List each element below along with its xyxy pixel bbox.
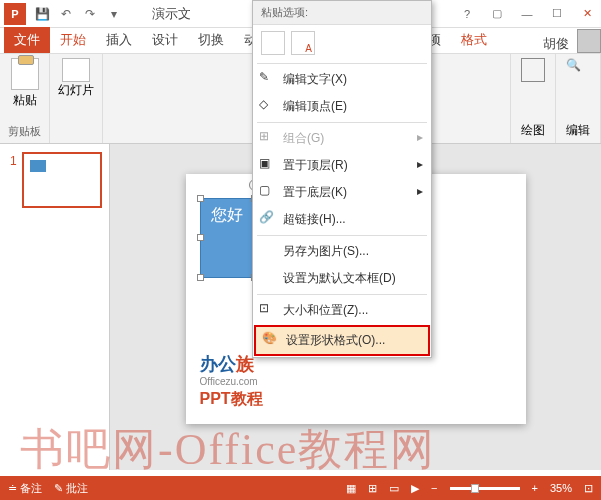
hyperlink-icon: 🔗 xyxy=(259,210,275,226)
ctx-edit-text[interactable]: ✎编辑文字(X) xyxy=(253,66,431,93)
edit-points-icon: ◇ xyxy=(259,97,275,113)
tab-design[interactable]: 设计 xyxy=(142,27,188,53)
app-icon: P xyxy=(4,3,26,25)
slide-label: 幻灯片 xyxy=(58,82,94,99)
ctx-send-back[interactable]: ▢置于底层(K)▸ xyxy=(253,179,431,206)
group-icon: ⊞ xyxy=(259,129,275,145)
view-sorter-icon[interactable]: ⊞ xyxy=(368,482,377,495)
resize-handle[interactable] xyxy=(197,195,204,202)
ctx-format-shape[interactable]: 🎨设置形状格式(O)... xyxy=(256,327,428,354)
view-reading-icon[interactable]: ▭ xyxy=(389,482,399,495)
redo-icon[interactable]: ↷ xyxy=(82,6,98,22)
help-icon[interactable]: ? xyxy=(453,4,481,24)
draw-label: 绘图 xyxy=(521,122,545,139)
edit-label: 编辑 xyxy=(566,122,590,139)
ctx-bring-front[interactable]: ▣置于顶层(R)▸ xyxy=(253,152,431,179)
fit-button[interactable]: ⊡ xyxy=(584,482,593,495)
close-icon[interactable]: ✕ xyxy=(573,4,601,24)
edit-text-icon: ✎ xyxy=(259,70,275,86)
view-normal-icon[interactable]: ▦ xyxy=(346,482,356,495)
maximize-icon[interactable]: ☐ xyxy=(543,4,571,24)
find-icon[interactable]: 🔍 xyxy=(566,58,590,82)
comments-button[interactable]: ✎ 批注 xyxy=(54,481,88,496)
context-menu: 粘贴选项: A ✎编辑文字(X) ◇编辑顶点(E) ⊞组合(G)▸ ▣置于顶层(… xyxy=(252,0,432,358)
tab-home[interactable]: 开始 xyxy=(50,27,96,53)
resize-handle[interactable] xyxy=(197,274,204,281)
tab-format[interactable]: 格式 xyxy=(451,27,497,53)
thumb-1[interactable]: 1 xyxy=(22,152,102,208)
username[interactable]: 胡俊 xyxy=(543,35,573,53)
zoom-out-button[interactable]: − xyxy=(431,482,437,494)
tab-file[interactable]: 文件 xyxy=(4,27,50,53)
send-back-icon: ▢ xyxy=(259,183,275,199)
shapes-icon[interactable] xyxy=(521,58,545,82)
ctx-default-text[interactable]: 设置为默认文本框(D) xyxy=(253,265,431,292)
paste-button[interactable]: 粘贴 xyxy=(11,58,39,109)
watermark: 书吧网-Office教程网 xyxy=(20,420,436,479)
tab-transition[interactable]: 切换 xyxy=(188,27,234,53)
slide-icon xyxy=(62,58,90,82)
window-title: 演示文 xyxy=(152,5,191,23)
avatar[interactable] xyxy=(577,29,601,53)
save-icon[interactable]: 💾 xyxy=(34,6,50,22)
minimize-icon[interactable]: — xyxy=(513,4,541,24)
ctx-hyperlink[interactable]: 🔗超链接(H)... xyxy=(253,206,431,233)
ctx-save-pic[interactable]: 另存为图片(S)... xyxy=(253,238,431,265)
paste-opt-2[interactable]: A xyxy=(291,31,315,55)
notes-button[interactable]: ≐ 备注 xyxy=(8,481,42,496)
view-slideshow-icon[interactable]: ▶ xyxy=(411,482,419,495)
paste-icon xyxy=(11,58,39,90)
ribbon-opts-icon[interactable]: ▢ xyxy=(483,4,511,24)
zoom-in-button[interactable]: + xyxy=(532,482,538,494)
ctx-group: ⊞组合(G)▸ xyxy=(253,125,431,152)
paste-label: 粘贴 xyxy=(13,92,37,109)
status-bar: ≐ 备注 ✎ 批注 ▦ ⊞ ▭ ▶ − + 35% ⊡ xyxy=(0,476,601,500)
clipboard-group-label: 剪贴板 xyxy=(8,124,41,139)
new-slide-button[interactable]: 幻灯片 xyxy=(58,58,94,99)
ctx-paste-header: 粘贴选项: xyxy=(253,1,431,25)
resize-handle[interactable] xyxy=(197,234,204,241)
thumb-shape-icon xyxy=(30,160,46,172)
logo: 办公族 Officezu.com PPT教程 xyxy=(200,352,263,410)
size-icon: ⊡ xyxy=(259,301,275,317)
zoom-slider[interactable] xyxy=(450,487,520,490)
paste-opt-1[interactable] xyxy=(261,31,285,55)
ctx-size-pos[interactable]: ⊡大小和位置(Z)... xyxy=(253,297,431,324)
zoom-level[interactable]: 35% xyxy=(550,482,572,494)
qat-more-icon[interactable]: ▾ xyxy=(106,6,122,22)
format-shape-icon: 🎨 xyxy=(262,331,278,347)
bring-front-icon: ▣ xyxy=(259,156,275,172)
tab-insert[interactable]: 插入 xyxy=(96,27,142,53)
undo-icon[interactable]: ↶ xyxy=(58,6,74,22)
ctx-edit-points[interactable]: ◇编辑顶点(E) xyxy=(253,93,431,120)
thumb-number: 1 xyxy=(10,154,17,168)
